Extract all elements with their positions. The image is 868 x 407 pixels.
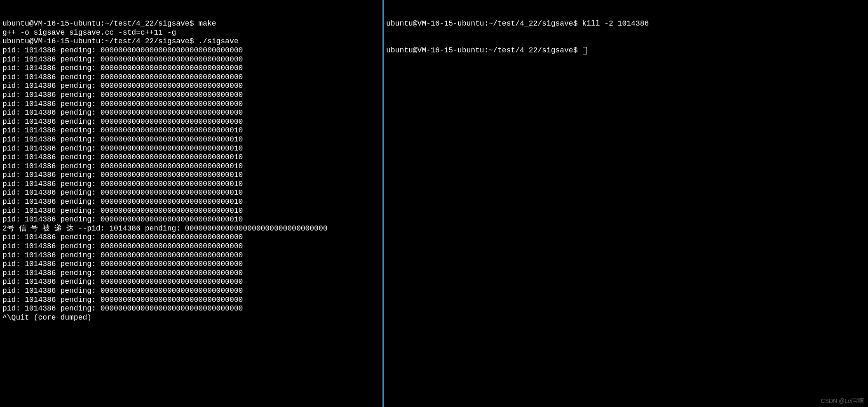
terminal-line: pid: 1014386 pending: 000000000000000000…: [2, 108, 380, 118]
terminal-line: pid: 1014386 pending: 000000000000000000…: [2, 100, 380, 109]
terminal-line: pid: 1014386 pending: 000000000000000000…: [2, 64, 380, 73]
terminal-line: pid: 1014386 pending: 000000000000000000…: [2, 46, 380, 55]
terminal-line: pid: 1014386 pending: 000000000000000000…: [2, 126, 380, 135]
terminal-line: 2号 信 号 被 递 达 --pid: 1014386 pending: 000…: [2, 224, 380, 233]
terminal-line: pid: 1014386 pending: 000000000000000000…: [2, 162, 380, 171]
terminal-right-pane[interactable]: ubuntu@VM-16-15-ubuntu:~/test/4_22/sigsa…: [383, 0, 868, 407]
terminal-left-pane[interactable]: ubuntu@VM-16-15-ubuntu:~/test/4_22/sigsa…: [0, 0, 383, 407]
terminal-line: pid: 1014386 pending: 000000000000000000…: [2, 198, 380, 207]
terminal-line: pid: 1014386 pending: 000000000000000000…: [2, 91, 380, 100]
terminal-line: pid: 1014386 pending: 000000000000000000…: [2, 135, 380, 144]
terminal-line: pid: 1014386 pending: 000000000000000000…: [2, 118, 380, 127]
terminal-line: pid: 1014386 pending: 000000000000000000…: [2, 73, 380, 82]
terminal-prompt-line: ubuntu@VM-16-15-ubuntu:~/test/4_22/sigsa…: [386, 46, 866, 55]
terminal-line: pid: 1014386 pending: 000000000000000000…: [2, 171, 380, 180]
terminal-line: pid: 1014386 pending: 000000000000000000…: [2, 180, 380, 189]
terminal-line: pid: 1014386 pending: 000000000000000000…: [2, 242, 380, 251]
terminal-line: pid: 1014386 pending: 000000000000000000…: [2, 207, 380, 216]
cursor-icon: [583, 47, 587, 54]
terminal-line: pid: 1014386 pending: 000000000000000000…: [2, 304, 380, 313]
terminal-line: ubuntu@VM-16-15-ubuntu:~/test/4_22/sigsa…: [2, 19, 380, 28]
terminal-prompt: ubuntu@VM-16-15-ubuntu:~/test/4_22/sigsa…: [386, 46, 582, 54]
terminal-line: pid: 1014386 pending: 000000000000000000…: [2, 55, 380, 64]
terminal-line: pid: 1014386 pending: 000000000000000000…: [2, 215, 380, 224]
terminal-line: g++ -o sigsave sigsave.cc -std=c++11 -g: [2, 28, 380, 38]
terminal-line: pid: 1014386 pending: 000000000000000000…: [2, 144, 380, 153]
terminal-line: ubuntu@VM-16-15-ubuntu:~/test/4_22/sigsa…: [2, 37, 380, 46]
terminal-line: pid: 1014386 pending: 000000000000000000…: [2, 260, 380, 269]
terminal-line: pid: 1014386 pending: 000000000000000000…: [2, 233, 380, 242]
watermark-text: CSDN @Lei宝啊: [821, 398, 864, 405]
terminal-line: pid: 1014386 pending: 000000000000000000…: [2, 269, 380, 278]
terminal-line: ^\Quit (core dumped): [2, 313, 380, 322]
terminal-line: pid: 1014386 pending: 000000000000000000…: [2, 188, 380, 198]
terminal-line: pid: 1014386 pending: 000000000000000000…: [2, 82, 380, 91]
terminal-line: pid: 1014386 pending: 000000000000000000…: [2, 287, 380, 296]
terminal-line: pid: 1014386 pending: 000000000000000000…: [2, 278, 380, 287]
terminal-line: pid: 1014386 pending: 000000000000000000…: [2, 296, 380, 305]
terminal-line: ubuntu@VM-16-15-ubuntu:~/test/4_22/sigsa…: [386, 19, 866, 28]
terminal-output-left: ubuntu@VM-16-15-ubuntu:~/test/4_22/sigsa…: [2, 19, 380, 322]
terminal-line: pid: 1014386 pending: 000000000000000000…: [2, 251, 380, 260]
terminal-line: pid: 1014386 pending: 000000000000000000…: [2, 153, 380, 162]
